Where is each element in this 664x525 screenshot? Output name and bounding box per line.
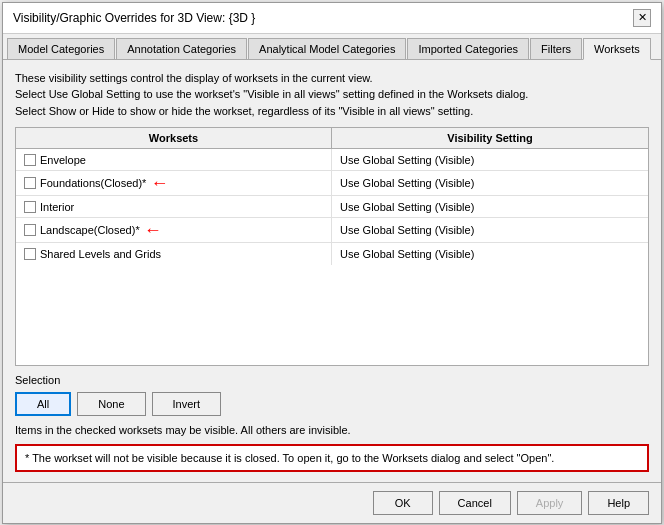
row-4-name: Landscape(Closed)* ← — [16, 218, 332, 242]
arrow-icon: ← — [144, 221, 162, 239]
apply-button[interactable]: Apply — [517, 491, 583, 515]
close-button[interactable]: ✕ — [633, 9, 651, 27]
row-2-name: Foundations(Closed)* ← — [16, 171, 332, 195]
row-5-checkbox[interactable] — [24, 248, 36, 260]
table-row: Interior Use Global Setting (Visible) — [16, 196, 648, 218]
col-visibility: Visibility Setting — [332, 128, 648, 148]
row-4-visibility: Use Global Setting (Visible) — [332, 218, 648, 242]
selection-buttons: All None Invert — [15, 392, 649, 416]
tab-model-categories[interactable]: Model Categories — [7, 38, 115, 59]
select-all-button[interactable]: All — [15, 392, 71, 416]
desc-line3: Select Show or Hide to show or hide the … — [15, 103, 649, 120]
table-row: Shared Levels and Grids Use Global Setti… — [16, 243, 648, 265]
help-button[interactable]: Help — [588, 491, 649, 515]
table-row: Foundations(Closed)* ← Use Global Settin… — [16, 171, 648, 196]
desc-line1: These visibility settings control the di… — [15, 70, 649, 87]
row-5-visibility: Use Global Setting (Visible) — [332, 243, 648, 265]
row-1-checkbox[interactable] — [24, 154, 36, 166]
row-2-visibility: Use Global Setting (Visible) — [332, 171, 648, 195]
table-body: Envelope Use Global Setting (Visible) Fo… — [16, 149, 648, 365]
worksets-table: Worksets Visibility Setting Envelope Use… — [15, 127, 649, 366]
row-4-checkbox[interactable] — [24, 224, 36, 236]
col-worksets: Worksets — [16, 128, 332, 148]
description-text: These visibility settings control the di… — [15, 70, 649, 120]
select-invert-button[interactable]: Invert — [152, 392, 222, 416]
tab-annotation-categories[interactable]: Annotation Categories — [116, 38, 247, 59]
table-row: Envelope Use Global Setting (Visible) — [16, 149, 648, 171]
title-bar: Visibility/Graphic Overrides for 3D View… — [3, 3, 661, 34]
row-2-checkbox[interactable] — [24, 177, 36, 189]
tab-bar: Model Categories Annotation Categories A… — [3, 34, 661, 60]
selection-area: Selection All None Invert — [15, 374, 649, 416]
tab-worksets[interactable]: Worksets — [583, 38, 651, 60]
row-1-name: Envelope — [16, 149, 332, 170]
dialog-title: Visibility/Graphic Overrides for 3D View… — [13, 11, 255, 25]
arrow-icon: ← — [150, 174, 168, 192]
main-dialog: Visibility/Graphic Overrides for 3D View… — [2, 2, 662, 524]
main-content: These visibility settings control the di… — [3, 60, 661, 482]
ok-button[interactable]: OK — [373, 491, 433, 515]
desc-line2: Select Use Global Setting to use the wor… — [15, 86, 649, 103]
row-3-name: Interior — [16, 196, 332, 217]
row-3-checkbox[interactable] — [24, 201, 36, 213]
table-header: Worksets Visibility Setting — [16, 128, 648, 149]
cancel-button[interactable]: Cancel — [439, 491, 511, 515]
row-1-visibility: Use Global Setting (Visible) — [332, 149, 648, 170]
bottom-bar: OK Cancel Apply Help — [3, 482, 661, 523]
select-none-button[interactable]: None — [77, 392, 145, 416]
tab-imported-categories[interactable]: Imported Categories — [407, 38, 529, 59]
row-5-name: Shared Levels and Grids — [16, 243, 332, 265]
tab-analytical-model[interactable]: Analytical Model Categories — [248, 38, 406, 59]
tab-filters[interactable]: Filters — [530, 38, 582, 59]
selection-label: Selection — [15, 374, 649, 386]
info-text: Items in the checked worksets may be vis… — [15, 424, 649, 436]
row-3-visibility: Use Global Setting (Visible) — [332, 196, 648, 217]
table-row: Landscape(Closed)* ← Use Global Setting … — [16, 218, 648, 243]
warning-box: * The workset will not be visible becaus… — [15, 444, 649, 472]
